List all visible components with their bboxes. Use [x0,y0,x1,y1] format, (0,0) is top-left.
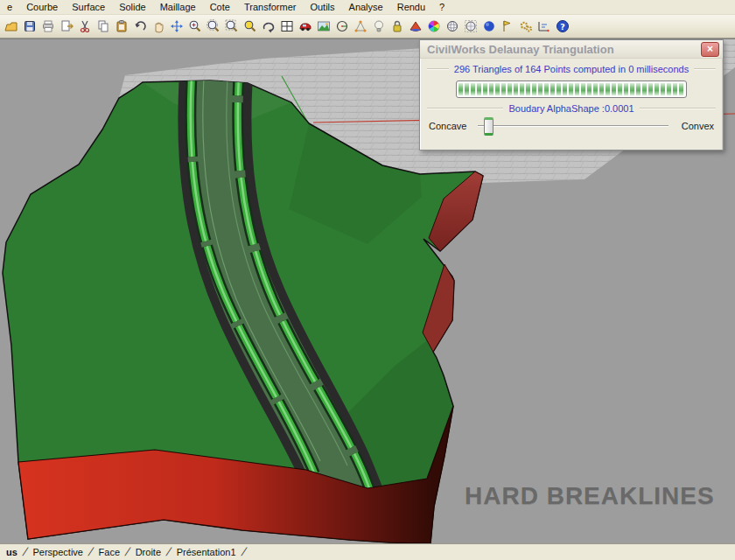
menu-item-maillage[interactable]: Maillage [153,1,203,13]
lock-button[interactable] [388,17,406,36]
paste-button[interactable] [112,17,130,36]
alpha-slider[interactable] [478,125,668,127]
pan-hand-icon [151,19,165,33]
zoom-selected-button[interactable] [241,17,259,36]
triangulation-dialog: CivilWorks Delaunay Triangulation × 296 … [419,39,724,150]
lamp-button[interactable] [369,17,388,36]
svg-text:?: ? [560,22,565,32]
zoom-dynamic-button[interactable] [204,17,222,36]
print-icon [41,19,55,33]
dimension-button[interactable] [535,17,553,36]
menu-item-surface[interactable]: Surface [65,1,112,13]
tab-perspective[interactable]: Perspective [27,546,88,558]
zoom-window-button[interactable] [222,17,241,36]
app-window: eCourbeSurfaceSolideMaillageCoteTransfor… [0,0,735,560]
menu-item-[interactable]: ? [432,1,452,13]
paste-icon [115,19,129,33]
menu-item-rendu[interactable]: Rendu [390,1,432,13]
flag-button[interactable] [498,17,516,36]
watermark: HARD BREAKLINES [465,482,715,510]
gears-icon [519,19,533,33]
car-icon [298,19,312,33]
undo-button[interactable] [130,17,149,36]
status-separator: 296 Triangles of 164 Points computed in … [427,64,716,74]
tab-prsentation1[interactable]: Présentation1 [172,546,242,558]
alpha-label: Boudary AlphaShape :0.0001 [503,103,639,114]
help-icon: ? [556,19,570,33]
menu-item-courbe[interactable]: Courbe [19,1,65,13]
open-folder-icon [4,19,18,33]
sphere-grid-icon [464,19,478,33]
tab-face[interactable]: Face [94,546,125,558]
save-icon [23,19,37,33]
triangulate-points-icon [354,19,368,33]
material-icon [409,19,423,33]
color-wheel-icon [427,19,441,33]
viewport-layout-button[interactable] [277,17,296,36]
viewport-tabs: us/Perspective/Face/Droite/Présentation1… [0,543,735,559]
zoom-window-icon [225,19,239,33]
dimension-icon [537,19,551,33]
alpha-slider-row: Concave Convex [429,121,714,131]
sphere-grid-button[interactable] [461,17,480,36]
pan-hand-button[interactable] [149,17,167,36]
menu-bar: eCourbeSurfaceSolideMaillageCoteTransfor… [0,0,735,15]
viewport-layout-icon [280,19,294,33]
convex-label: Convex [677,121,714,131]
circle-tool-icon [335,19,349,33]
car-button[interactable] [296,17,314,36]
close-button[interactable]: × [701,42,719,57]
undo-view-icon [262,19,276,33]
menu-item-analyse[interactable]: Analyse [342,1,390,13]
menu-item-outils[interactable]: Outils [303,1,341,13]
undo-icon [133,19,147,33]
render-sphere-icon [482,19,496,33]
lock-icon [390,19,404,33]
copy-button[interactable] [94,17,112,36]
viewport-3d[interactable]: HARD BREAKLINES CivilWorks Delaunay Tria… [0,38,735,543]
print-button[interactable] [38,17,57,36]
flag-icon [500,19,514,33]
menu-item-transformer[interactable]: Transformer [237,1,304,13]
toolbar: ? [0,15,735,38]
gears-button[interactable] [516,17,535,36]
material-button[interactable] [406,17,424,36]
sphere-wireframe-button[interactable] [443,17,461,36]
menu-item-cote[interactable]: Cote [203,1,237,13]
rotate-view-button[interactable] [167,17,186,36]
tab-us[interactable]: us [1,546,23,558]
menu-item-solide[interactable]: Solide [112,1,153,13]
triangulate-points-button[interactable] [351,17,369,36]
copy-icon [96,19,110,33]
tab-droite[interactable]: Droite [130,546,166,558]
alpha-separator: Boudary AlphaShape :0.0001 [427,103,716,114]
export-page-icon [60,19,74,33]
zoom-in-icon [188,19,202,33]
undo-view-button[interactable] [259,17,277,36]
rotate-view-icon [170,19,184,33]
status-text: 296 Triangles of 164 Points computed in … [449,64,694,74]
cut-button[interactable] [75,17,94,36]
sphere-wireframe-icon [445,19,459,33]
help-button[interactable]: ? [553,17,571,36]
export-page-button[interactable] [57,17,75,36]
circle-tool-button[interactable] [332,17,351,36]
progress-fill [458,83,684,95]
concave-label: Concave [429,121,469,131]
terrain-view-button[interactable] [314,17,332,36]
save-button[interactable] [20,17,38,36]
dialog-title: CivilWorks Delaunay Triangulation [427,43,614,56]
cut-icon [78,19,92,33]
dialog-title-bar[interactable]: CivilWorks Delaunay Triangulation × [420,40,723,59]
zoom-selected-icon [243,19,257,33]
zoom-in-button[interactable] [186,17,204,36]
menu-item-e[interactable]: e [0,1,19,13]
zoom-dynamic-icon [206,19,220,33]
slider-thumb[interactable] [484,117,494,136]
render-sphere-button[interactable] [480,17,498,36]
progress-bar [456,80,687,98]
open-folder-button[interactable] [2,17,20,36]
lamp-icon [372,19,386,33]
terrain-view-icon [317,19,331,33]
color-wheel-button[interactable] [424,17,443,36]
